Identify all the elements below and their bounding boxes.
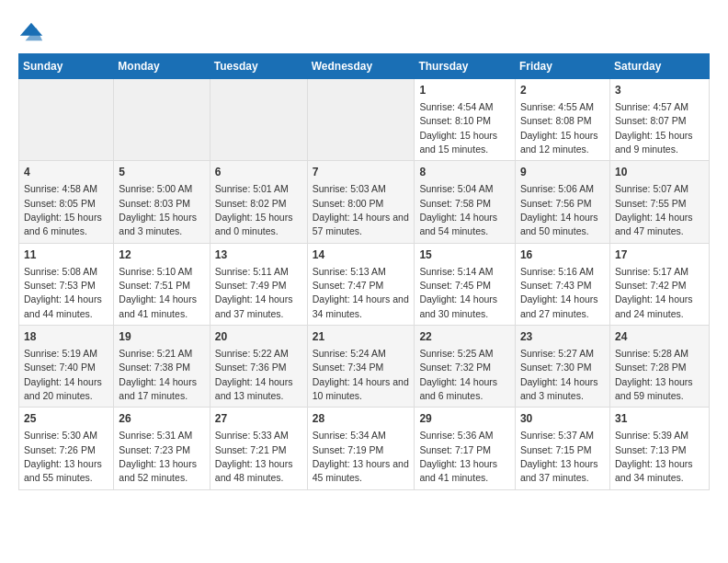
header-day-tuesday: Tuesday [210,54,307,79]
day-number: 19 [119,329,204,345]
day-number: 29 [419,411,510,427]
day-sunrise: Sunrise: 4:58 AM [24,183,97,194]
day-daylight: Daylight: 13 hours and 34 minutes. [615,458,693,483]
day-number: 25 [24,411,108,427]
day-sunset: Sunset: 7:58 PM [419,198,491,209]
day-number: 11 [24,247,108,263]
day-sunset: Sunset: 7:17 PM [419,444,491,455]
day-number: 31 [615,411,704,427]
calendar-cell: 24 Sunrise: 5:28 AM Sunset: 7:28 PM Dayl… [609,326,709,408]
day-daylight: Daylight: 13 hours and 45 minutes. [313,458,409,483]
calendar-cell: 27 Sunrise: 5:33 AM Sunset: 7:21 PM Dayl… [210,408,307,489]
day-sunrise: Sunrise: 5:07 AM [615,183,688,194]
day-sunrise: Sunrise: 5:37 AM [520,430,594,441]
day-sunset: Sunset: 7:19 PM [313,444,384,455]
day-sunrise: Sunrise: 5:24 AM [313,348,386,359]
day-sunset: Sunset: 8:00 PM [313,198,384,209]
day-number: 8 [419,165,510,180]
day-sunset: Sunset: 7:38 PM [119,362,190,373]
header-day-sunday: Sunday [19,54,114,79]
day-sunrise: Sunrise: 5:39 AM [615,430,688,441]
day-daylight: Daylight: 14 hours and 41 minutes. [119,293,197,318]
calendar-cell: 12 Sunrise: 5:10 AM Sunset: 7:51 PM Dayl… [114,243,210,325]
day-sunrise: Sunrise: 4:57 AM [615,101,688,112]
day-sunrise: Sunrise: 5:04 AM [419,183,493,194]
day-number: 1 [419,83,510,98]
day-sunset: Sunset: 7:43 PM [520,280,592,291]
day-daylight: Daylight: 15 hours and 9 minutes. [615,130,693,155]
day-sunset: Sunset: 7:36 PM [215,362,287,373]
calendar-cell: 23 Sunrise: 5:27 AM Sunset: 7:30 PM Dayl… [515,326,609,408]
calendar-cell: 11 Sunrise: 5:08 AM Sunset: 7:53 PM Dayl… [19,243,114,325]
day-sunrise: Sunrise: 5:25 AM [419,348,493,359]
logo-icon [18,18,44,44]
day-sunrise: Sunrise: 5:13 AM [313,266,386,277]
day-number: 12 [119,247,204,263]
header-day-saturday: Saturday [609,54,709,79]
day-daylight: Daylight: 14 hours and 57 minutes. [313,212,409,236]
day-sunset: Sunset: 7:47 PM [313,280,384,291]
logo [18,18,50,44]
header-row: SundayMondayTuesdayWednesdayThursdayFrid… [19,54,710,79]
calendar-cell: 17 Sunrise: 5:17 AM Sunset: 7:42 PM Dayl… [609,243,709,325]
day-sunrise: Sunrise: 5:34 AM [313,430,386,441]
day-number: 13 [215,247,302,263]
day-sunset: Sunset: 7:56 PM [520,198,592,209]
header-day-monday: Monday [114,54,210,79]
calendar-cell [19,79,114,161]
day-daylight: Daylight: 13 hours and 59 minutes. [615,376,693,401]
day-daylight: Daylight: 13 hours and 55 minutes. [24,458,102,483]
day-daylight: Daylight: 14 hours and 27 minutes. [520,293,598,318]
day-sunset: Sunset: 7:13 PM [615,444,687,455]
calendar-cell [210,79,307,161]
day-number: 21 [313,329,410,345]
day-number: 16 [520,247,605,263]
calendar-cell: 22 Sunrise: 5:25 AM Sunset: 7:32 PM Dayl… [415,326,516,408]
day-number: 5 [119,165,204,180]
day-sunrise: Sunrise: 5:30 AM [24,430,97,441]
day-daylight: Daylight: 14 hours and 13 minutes. [215,376,293,401]
calendar-cell: 14 Sunrise: 5:13 AM Sunset: 7:47 PM Dayl… [307,243,415,325]
header-day-wednesday: Wednesday [307,54,415,79]
calendar-cell: 2 Sunrise: 4:55 AM Sunset: 8:08 PM Dayli… [515,79,609,161]
day-number: 26 [119,411,204,427]
calendar-week-5: 25 Sunrise: 5:30 AM Sunset: 7:26 PM Dayl… [19,408,710,489]
day-sunset: Sunset: 8:03 PM [119,198,190,209]
day-sunset: Sunset: 7:53 PM [24,280,96,291]
day-daylight: Daylight: 15 hours and 12 minutes. [520,130,598,155]
calendar-header: SundayMondayTuesdayWednesdayThursdayFrid… [19,54,710,79]
day-sunset: Sunset: 7:30 PM [520,362,592,373]
day-number: 7 [313,165,410,180]
calendar-week-4: 18 Sunrise: 5:19 AM Sunset: 7:40 PM Dayl… [19,326,710,408]
calendar-cell: 6 Sunrise: 5:01 AM Sunset: 8:02 PM Dayli… [210,161,307,243]
calendar-cell: 19 Sunrise: 5:21 AM Sunset: 7:38 PM Dayl… [114,326,210,408]
header-day-friday: Friday [515,54,609,79]
day-sunrise: Sunrise: 5:31 AM [119,430,192,441]
calendar-cell: 21 Sunrise: 5:24 AM Sunset: 7:34 PM Dayl… [307,326,415,408]
day-sunrise: Sunrise: 5:06 AM [520,183,594,194]
day-sunrise: Sunrise: 5:00 AM [119,183,192,194]
calendar-table: SundayMondayTuesdayWednesdayThursdayFrid… [18,53,710,490]
day-number: 30 [520,411,605,427]
day-sunset: Sunset: 8:05 PM [24,198,96,209]
day-sunrise: Sunrise: 5:33 AM [215,430,289,441]
day-daylight: Daylight: 15 hours and 15 minutes. [419,130,497,155]
day-number: 9 [520,165,605,180]
day-number: 6 [215,165,302,180]
day-sunrise: Sunrise: 5:17 AM [615,266,688,277]
day-number: 2 [520,83,605,98]
day-number: 3 [615,83,704,98]
calendar-cell: 28 Sunrise: 5:34 AM Sunset: 7:19 PM Dayl… [307,408,415,489]
day-sunrise: Sunrise: 5:16 AM [520,266,594,277]
calendar-cell: 1 Sunrise: 4:54 AM Sunset: 8:10 PM Dayli… [415,79,516,161]
day-daylight: Daylight: 15 hours and 6 minutes. [24,212,102,236]
page-header [18,18,710,44]
day-sunset: Sunset: 8:07 PM [615,115,687,126]
calendar-cell: 10 Sunrise: 5:07 AM Sunset: 7:55 PM Dayl… [609,161,709,243]
day-sunset: Sunset: 7:40 PM [24,362,96,373]
day-sunset: Sunset: 7:21 PM [215,444,287,455]
calendar-cell: 31 Sunrise: 5:39 AM Sunset: 7:13 PM Dayl… [609,408,709,489]
day-sunrise: Sunrise: 4:55 AM [520,101,594,112]
day-sunrise: Sunrise: 5:21 AM [119,348,192,359]
day-sunset: Sunset: 7:34 PM [313,362,384,373]
